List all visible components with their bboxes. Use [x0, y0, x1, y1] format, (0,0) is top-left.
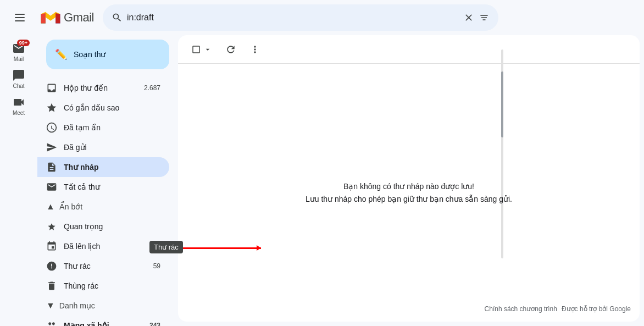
important-icon	[46, 221, 57, 232]
starred-label: Có gắn dấu sao	[64, 103, 160, 112]
content-body: Bạn không có thư nháp nào được lưu! Lưu …	[178, 64, 640, 322]
allmail-icon	[46, 181, 57, 192]
sidebar-item-important[interactable]: Quan trọng	[37, 217, 169, 236]
search-clear-button[interactable]	[463, 12, 474, 23]
collapse-label: Ẩn bớt	[59, 202, 82, 211]
inbox-count: 2.687	[144, 84, 160, 92]
sidebar-item-social[interactable]: Mạng xã hội 243	[37, 316, 169, 326]
spam-label: Thư rác	[64, 262, 147, 270]
starred-icon	[46, 102, 57, 113]
search-input[interactable]	[127, 13, 459, 23]
search-filter-button[interactable]	[479, 12, 490, 23]
meet-rail-label: Meet	[13, 110, 25, 116]
main-layout: 99+ Mail Chat Meet ✏️ Soạn thư	[0, 35, 644, 326]
sidebar-item-allmail[interactable]: Tất cả thư	[37, 177, 169, 197]
sidebar: ✏️ Soạn thư Hộp thư đến 2.687 Có gắn dấu…	[37, 35, 178, 326]
chat-rail-icon	[12, 69, 25, 82]
mail-badge: 99+	[17, 40, 30, 46]
search-button[interactable]	[112, 12, 123, 23]
trash-icon	[46, 280, 57, 291]
content-area: Bạn không có thư nháp nào được lưu! Lưu …	[178, 35, 640, 322]
content-toolbar	[178, 35, 640, 64]
mail-rail-icon: 99+	[12, 42, 25, 55]
footer-policy-link[interactable]: Chính sách chương trình	[485, 305, 557, 313]
sidebar-item-sent[interactable]: Đã gửi	[37, 137, 169, 157]
snoozed-icon	[46, 122, 57, 133]
icon-rail: 99+ Mail Chat Meet	[0, 35, 37, 326]
more-vert-icon	[249, 44, 260, 55]
compose-icon: ✏️	[55, 48, 67, 60]
inbox-icon	[46, 82, 57, 93]
gmail-logo-icon	[40, 7, 62, 29]
chat-rail-label: Chat	[13, 83, 24, 89]
sent-icon	[46, 142, 57, 153]
topbar: Gmail	[0, 0, 644, 35]
collapse-section[interactable]: ▲ Ẩn bớt	[37, 197, 178, 217]
compose-button[interactable]: ✏️ Soạn thư	[46, 40, 169, 69]
filter-icon	[479, 12, 490, 23]
rail-item-chat[interactable]: Chat	[2, 67, 35, 91]
compose-label: Soạn thư	[74, 50, 106, 59]
hamburger-button[interactable]	[9, 7, 31, 29]
trash-label: Thùng rác	[64, 281, 160, 290]
social-count: 243	[149, 322, 160, 326]
sidebar-item-spam[interactable]: Thư rác 59	[37, 256, 169, 276]
search-bar	[103, 4, 498, 31]
empty-state-line1: Bạn không có thư nháp nào được lưu!	[306, 180, 512, 192]
chevron-up-icon: ▲	[46, 202, 55, 212]
social-label: Mạng xã hội	[64, 321, 143, 326]
drafts-label: Thư nháp	[64, 163, 160, 172]
gmail-text: Gmail	[64, 10, 94, 25]
rail-item-mail[interactable]: 99+ Mail	[2, 40, 35, 64]
spam-icon	[46, 261, 57, 272]
scheduled-icon	[46, 241, 57, 252]
sidebar-item-drafts[interactable]: Thư nháp	[37, 157, 169, 177]
chevron-down-icon: ▼	[46, 301, 55, 311]
sidebar-item-starred[interactable]: Có gắn dấu sao	[37, 98, 169, 118]
scheduled-label: Đã lên lịch	[64, 242, 160, 251]
gmail-logo-link[interactable]: Gmail	[40, 7, 94, 29]
refresh-button[interactable]	[221, 42, 241, 57]
checkbox-icon	[191, 45, 201, 54]
sent-label: Đã gửi	[64, 143, 160, 152]
sidebar-item-snoozed[interactable]: Đã tạm ẩn	[37, 118, 169, 137]
categories-section[interactable]: ▼ Danh mục	[37, 296, 178, 316]
allmail-label: Tất cả thư	[64, 183, 160, 191]
rail-item-meet[interactable]: Meet	[2, 93, 35, 118]
meet-rail-icon	[12, 96, 25, 109]
important-label: Quan trọng	[64, 222, 160, 231]
social-icon	[46, 320, 57, 326]
empty-state: Bạn không có thư nháp nào được lưu! Lưu …	[306, 180, 512, 205]
select-all-button[interactable]	[187, 42, 216, 57]
spam-count: 59	[153, 262, 160, 270]
drafts-icon	[46, 162, 57, 173]
mail-rail-label: Mail	[14, 56, 24, 62]
spam-tooltip: Thư rác	[149, 241, 183, 253]
sidebar-item-trash[interactable]: Thùng rác	[37, 276, 169, 296]
clear-icon	[463, 12, 474, 23]
search-icon	[112, 12, 123, 23]
snoozed-label: Đã tạm ẩn	[64, 123, 160, 132]
categories-label: Danh mục	[59, 301, 95, 310]
inbox-label: Hộp thư đến	[64, 84, 137, 92]
refresh-icon	[225, 44, 236, 55]
more-options-button[interactable]	[245, 42, 265, 57]
empty-state-line2: Lưu thư nháp cho phép bạn giữ thư bạn ch…	[306, 193, 512, 205]
footer-google-link[interactable]: Được hỗ trợ bởi Google	[562, 305, 631, 313]
footer-links: Chính sách chương trình Được hỗ trợ bởi …	[485, 305, 631, 313]
dropdown-arrow-icon	[203, 45, 212, 54]
sidebar-item-inbox[interactable]: Hộp thư đến 2.687	[37, 78, 169, 98]
